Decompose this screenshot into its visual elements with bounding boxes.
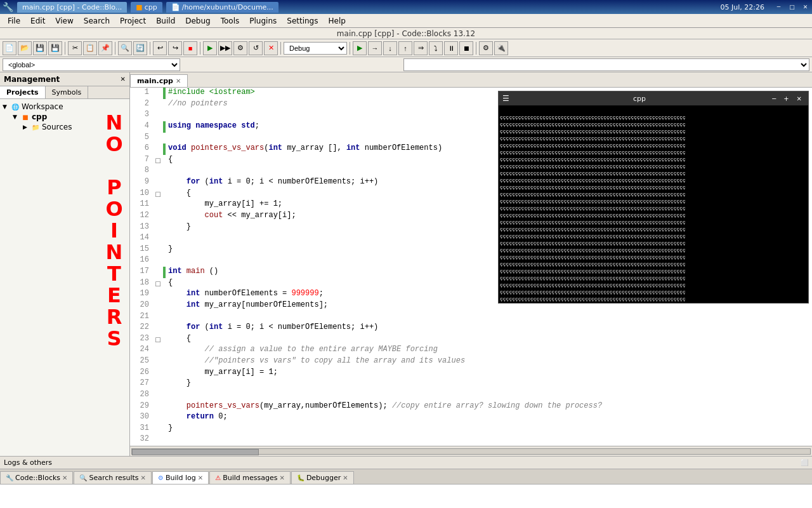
menu-tools[interactable]: Tools [216,15,245,27]
ln-24: 24 [130,345,153,356]
toolbar-debug-run[interactable]: ▶ [353,41,367,55]
titlebar-tab-cpp[interactable]: ■ cpp [131,2,162,13]
code-29: pointers_vs_vars(my_array,numberOfElemen… [166,401,812,413]
bottom-tab-debugger[interactable]: 🐛 Debugger ✕ [291,471,354,484]
hscroll[interactable] [130,446,812,456]
menu-plugins[interactable]: Plugins [244,15,282,27]
ln-7: 7 [130,155,153,166]
fold-23[interactable]: □ [153,334,163,345]
menu-edit[interactable]: Edit [25,15,50,27]
project-arrow: ▼ [13,114,19,120]
toolbar-copy[interactable]: 📋 [83,41,97,55]
terminal-maximize[interactable]: + [781,95,791,102]
toolbar-saveall[interactable]: 💾 [48,41,62,55]
toolbar-cut[interactable]: ✂ [68,41,82,55]
fold-18[interactable]: □ [153,278,163,290]
menu-project[interactable]: Project [115,15,151,27]
sidebar-tab-symbols[interactable]: Symbols [46,86,89,98]
menu-debug[interactable]: Debug [180,15,215,27]
bottom-content[interactable] [0,485,812,508]
sep6 [350,42,350,55]
menu-settings[interactable]: Settings [282,15,323,27]
symbol-combo[interactable] [403,58,809,71]
titlebar-tab-file[interactable]: 📄 /home/xubuntu/Docume... [166,2,278,13]
fold-32 [153,434,163,446]
menu-search[interactable]: Search [79,15,115,27]
ln-29: 29 [130,401,153,413]
terminal-body[interactable]: çççççççççççççççççççççççççççççççççççççççç… [499,105,808,303]
toolbar-debug-stop[interactable]: ⏸ [444,41,458,55]
menu-view[interactable]: View [50,15,78,27]
fold-7[interactable]: □ [153,155,163,166]
toolbar-undo[interactable]: ↩ [153,41,167,55]
codeblocks-tab-label: Code::Blocks [15,474,60,482]
toolbar-debug-to[interactable]: ⤵ [429,41,443,55]
titlebar-tab-main-label: main.cpp [cpp] - Code::Blo... [22,3,122,11]
menu-file[interactable]: File [3,15,25,27]
menu-build[interactable]: Build [151,15,180,27]
code-24: // assign a value to the entire array MA… [166,345,812,356]
fold-12 [153,211,163,222]
bottom-tab-buildlog[interactable]: ⚙ Build log ✕ [152,471,209,484]
sidebar-header: Management ✕ [0,72,129,86]
toolbar-stop2[interactable]: ✕ [264,41,278,55]
toolbar-rebuild[interactable]: ↺ [249,41,263,55]
toolbar-paste[interactable]: 📌 [98,41,112,55]
bottom-maximize[interactable]: ⬜ [801,459,808,466]
menubar: File Edit View Search Project Build Debu… [0,14,812,28]
editor-tab-main[interactable]: main.cpp ✕ [130,74,188,87]
titlebar-tab-cpp-label: cpp [145,3,157,11]
messages-tab-close[interactable]: ✕ [279,474,284,481]
hscroll-thumb[interactable] [132,449,259,455]
code-line-32: 32 [130,434,812,446]
global-combo[interactable]: <global> [3,58,180,71]
search-tab-close[interactable]: ✕ [141,474,146,481]
messages-tab-label: Build messages [223,474,277,482]
code-25: //"pointers vs vars" to copy all the arr… [166,356,812,368]
minimize-btn[interactable]: ─ [775,3,783,11]
toolbar-stop[interactable]: ■ [183,41,197,55]
terminal-close[interactable]: ✕ [794,95,804,102]
buildlog-tab-close[interactable]: ✕ [198,474,203,481]
close-btn[interactable]: ✕ [801,3,809,11]
toolbar-save[interactable]: 💾 [33,41,47,55]
toolbar-debug-step[interactable]: → [368,41,382,55]
fold-10[interactable]: □ [153,189,163,200]
menu-help[interactable]: Help [323,15,350,27]
toolbar-build-run[interactable]: ▶▶ [218,41,232,55]
editor-tab-label: main.cpp [137,77,173,85]
titlebar-left: 🔧 main.cpp [cpp] - Code::Blo... ■ cpp 📄 … [3,2,721,13]
sidebar-tab-projects[interactable]: Projects [0,86,46,98]
code-editor[interactable]: 1 #include <iostream> 2 //no pointers 3 [130,88,812,446]
hscroll-track[interactable] [131,448,811,455]
toolbar-debug-into[interactable]: ↓ [383,41,397,55]
toolbar-plugin[interactable]: 🔌 [494,41,508,55]
toolbar-open[interactable]: 📂 [18,41,32,55]
toolbar-build[interactable]: ⚙ [233,41,247,55]
codeblocks-tab-close[interactable]: ✕ [62,474,67,481]
maximize-btn[interactable]: □ [788,3,796,11]
toolbar-debug-next[interactable]: ⇒ [414,41,428,55]
debugger-tab-label: Debugger [306,474,341,482]
toolbar-replace[interactable]: 🔄 [133,41,147,55]
debug-combo[interactable]: Debug [284,42,347,55]
toolbar-find[interactable]: 🔍 [118,41,132,55]
bottom-tab-codeblocks[interactable]: 🔧 Code::Blocks ✕ [0,471,73,484]
toolbar-main: 📄 📂 💾 💾 ✂ 📋 📌 🔍 🔄 ↩ ↪ ■ ▶ ▶▶ ⚙ ↺ ✕ Debug… [0,39,812,57]
toolbar-redo[interactable]: ↪ [168,41,182,55]
messages-tab-icon: ⚠ [215,474,221,481]
toolbar-debug-halt[interactable]: ⏹ [459,41,473,55]
sidebar-close[interactable]: ✕ [121,76,126,83]
toolbar-new[interactable]: 📄 [3,41,16,55]
toolbar-settings[interactable]: ⚙ [479,41,493,55]
editor-tab-close[interactable]: ✕ [176,77,181,84]
terminal-minimize[interactable]: ─ [769,95,778,102]
bottom-tab-messages[interactable]: ⚠ Build messages ✕ [209,471,291,484]
toolbar-run[interactable]: ▶ [203,41,217,55]
debugger-tab-close[interactable]: ✕ [343,474,348,481]
bottom-tab-search[interactable]: 🔍 Search results ✕ [74,471,152,484]
titlebar-tab-main[interactable]: main.cpp [cpp] - Code::Blo... [17,2,127,13]
toolbar-debug-out[interactable]: ↑ [398,41,412,55]
terminal-menu[interactable]: ☰ [502,94,509,103]
search-tab-label: Search results [89,474,138,482]
